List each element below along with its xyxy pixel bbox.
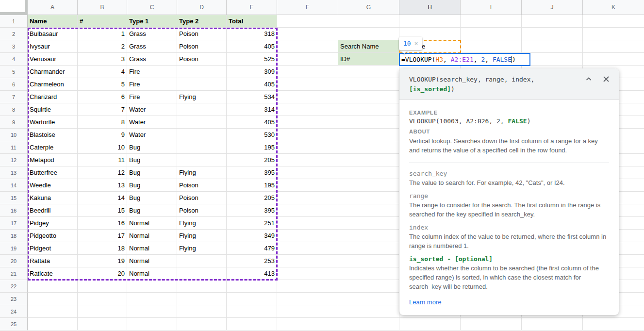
cell-F15[interactable] — [277, 192, 338, 204]
cell-C25[interactable] — [127, 318, 177, 331]
collapse-chevron-up-icon[interactable] — [585, 75, 593, 83]
cell-G10[interactable] — [338, 129, 399, 141]
cell-F4[interactable] — [277, 53, 338, 66]
cell-E7[interactable]: 534 — [227, 91, 277, 103]
column-header-H[interactable]: H — [399, 0, 461, 15]
cell-J4[interactable] — [522, 53, 583, 66]
row-header-12[interactable]: 12 — [0, 154, 28, 166]
cell-B3[interactable]: 2 — [78, 40, 127, 53]
cell-G21[interactable] — [338, 267, 399, 280]
row-header-5[interactable]: 5 — [0, 66, 28, 78]
column-header-D[interactable]: D — [177, 0, 227, 15]
cell-B6[interactable]: 5 — [78, 78, 127, 91]
cell-K25[interactable] — [583, 318, 644, 331]
cell-B21[interactable]: 20 — [78, 267, 127, 280]
cell-F9[interactable] — [277, 116, 338, 129]
cell-D20[interactable] — [177, 255, 227, 267]
row-header-25[interactable]: 25 — [0, 318, 28, 331]
cell-D23[interactable] — [177, 293, 227, 305]
cell-K1[interactable] — [583, 15, 644, 28]
cell-D13[interactable]: Flying — [177, 166, 227, 179]
cell-E15[interactable]: 205 — [227, 192, 277, 204]
cell-B9[interactable]: 8 — [78, 116, 127, 129]
cell-C5[interactable]: Fire — [127, 66, 177, 78]
cell-F16[interactable] — [277, 204, 338, 217]
row-header-2[interactable]: 2 — [0, 28, 28, 40]
cell-B8[interactable]: 7 — [78, 103, 127, 116]
cell-G5[interactable] — [338, 66, 399, 78]
cell-B22[interactable] — [78, 280, 127, 293]
cell-F19[interactable] — [277, 242, 338, 255]
cell-F21[interactable] — [277, 267, 338, 280]
cell-E14[interactable]: 195 — [227, 179, 277, 192]
cell-G11[interactable] — [338, 141, 399, 154]
row-header-15[interactable]: 15 — [0, 192, 28, 204]
cell-B18[interactable]: 17 — [78, 230, 127, 242]
cell-C10[interactable]: Water — [127, 129, 177, 141]
cell-C19[interactable]: Normal — [127, 242, 177, 255]
cell-D25[interactable] — [177, 318, 227, 331]
cell-F10[interactable] — [277, 129, 338, 141]
cell-I1[interactable] — [461, 15, 522, 28]
cell-D22[interactable] — [177, 280, 227, 293]
cell-C21[interactable]: Normal — [127, 267, 177, 280]
cell-C24[interactable] — [127, 305, 177, 318]
cell-C12[interactable]: Bug — [127, 154, 177, 166]
cell-B23[interactable] — [78, 293, 127, 305]
cell-E11[interactable]: 195 — [227, 141, 277, 154]
cell-G22[interactable] — [338, 280, 399, 293]
column-header-F[interactable]: F — [277, 0, 338, 15]
cell-B4[interactable]: 3 — [78, 53, 127, 66]
cell-D16[interactable]: Poison — [177, 204, 227, 217]
cell-E22[interactable] — [227, 280, 277, 293]
cell-A6[interactable]: Charmeleon — [28, 78, 78, 91]
cell-I3[interactable] — [461, 40, 522, 53]
cell-D17[interactable]: Flying — [177, 217, 227, 230]
cell-E9[interactable]: 405 — [227, 116, 277, 129]
cell-K2[interactable] — [583, 28, 644, 40]
row-header-18[interactable]: 18 — [0, 230, 28, 242]
cell-C17[interactable]: Normal — [127, 217, 177, 230]
cell-E17[interactable]: 251 — [227, 217, 277, 230]
cell-D18[interactable]: Flying — [177, 230, 227, 242]
cell-H25[interactable] — [399, 318, 461, 331]
cell-E21[interactable]: 413 — [227, 267, 277, 280]
cell-K3[interactable] — [583, 40, 644, 53]
cell-G18[interactable] — [338, 230, 399, 242]
column-header-K[interactable]: K — [583, 0, 644, 15]
row-header-24[interactable]: 24 — [0, 305, 28, 318]
cell-C23[interactable] — [127, 293, 177, 305]
cell-D21[interactable] — [177, 267, 227, 280]
cell-G6[interactable] — [338, 78, 399, 91]
cell-D11[interactable] — [177, 141, 227, 154]
cell-C2[interactable]: Grass — [127, 28, 177, 40]
row-header-16[interactable]: 16 — [0, 204, 28, 217]
cell-B20[interactable]: 19 — [78, 255, 127, 267]
cell-E4[interactable]: 525 — [227, 53, 277, 66]
column-header-J[interactable]: J — [522, 0, 583, 15]
cell-H1[interactable] — [399, 15, 461, 28]
cell-D14[interactable]: Poison — [177, 179, 227, 192]
row-header-4[interactable]: 4 — [0, 53, 28, 66]
cell-B14[interactable]: 13 — [78, 179, 127, 192]
select-all-corner[interactable] — [0, 0, 28, 15]
row-header-3[interactable]: 3 — [0, 40, 28, 53]
cell-G16[interactable] — [338, 204, 399, 217]
cell-E18[interactable]: 349 — [227, 230, 277, 242]
cell-E25[interactable] — [227, 318, 277, 331]
cell-A2[interactable]: Bulbasaur — [28, 28, 78, 40]
cell-G13[interactable] — [338, 166, 399, 179]
cell-B1[interactable]: # — [78, 15, 127, 28]
cell-J3[interactable] — [522, 40, 583, 53]
cell-E5[interactable]: 309 — [227, 66, 277, 78]
cell-G20[interactable] — [338, 255, 399, 267]
row-header-8[interactable]: 8 — [0, 103, 28, 116]
cell-F6[interactable] — [277, 78, 338, 91]
cell-E8[interactable]: 314 — [227, 103, 277, 116]
cell-G3[interactable]: Search Name — [338, 40, 399, 53]
cell-A22[interactable] — [28, 280, 78, 293]
cell-C9[interactable]: Water — [127, 116, 177, 129]
cell-J1[interactable] — [522, 15, 583, 28]
cell-F22[interactable] — [277, 280, 338, 293]
cell-D19[interactable]: Flying — [177, 242, 227, 255]
